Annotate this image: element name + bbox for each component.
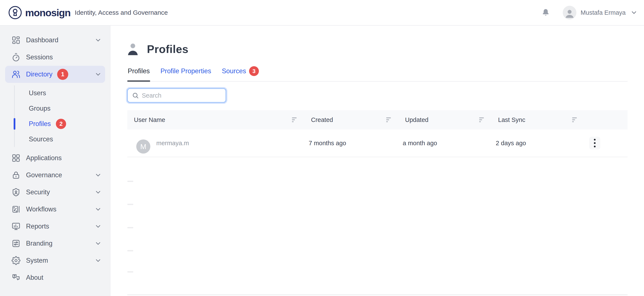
column-label: User Name xyxy=(134,116,165,123)
chevron-down-icon xyxy=(94,223,102,230)
last-sync-cell: 2 days ago xyxy=(492,140,584,147)
sidebar-item-label: Dashboard xyxy=(26,36,58,44)
tab-bar: Profiles Profile Properties Sources 3 xyxy=(127,66,628,82)
row-actions-kebab-button[interactable] xyxy=(589,137,600,150)
chevron-down-icon xyxy=(94,257,102,264)
brand-logo[interactable]: monosign xyxy=(8,6,70,20)
page-header: Profiles xyxy=(127,41,628,57)
placeholder-dash xyxy=(127,227,133,228)
profiles-table: User Name Created Updated Last Sync xyxy=(127,110,628,157)
sidebar: Dashboard Sessions Directory 1 Users xyxy=(0,26,110,296)
user-menu-chevron-down-icon[interactable] xyxy=(630,9,638,16)
chevron-down-icon xyxy=(94,172,102,179)
search-input[interactable] xyxy=(142,92,222,99)
directory-submenu: Users Groups Profiles 2 Sources xyxy=(14,85,110,147)
user-name-cell: M mermaya.m xyxy=(127,133,304,154)
topbar: monosign Identity, Access and Governance… xyxy=(0,0,644,26)
sort-icon[interactable] xyxy=(479,117,484,122)
column-header-created[interactable]: Created xyxy=(304,116,398,123)
placeholder-dash xyxy=(127,271,133,272)
page-title: Profiles xyxy=(147,43,188,56)
sidebar-item-label: Directory xyxy=(26,70,52,78)
search-box xyxy=(127,88,226,102)
sidebar-item-sessions[interactable]: Sessions xyxy=(5,49,105,66)
tab-profile-properties[interactable]: Profile Properties xyxy=(160,66,212,81)
sidebar-item-sources[interactable]: Sources xyxy=(15,131,110,147)
table-bottom-rule xyxy=(127,294,628,295)
sidebar-item-directory[interactable]: Directory 1 xyxy=(5,66,105,83)
sources-count-badge: 3 xyxy=(249,66,259,76)
sort-icon[interactable] xyxy=(572,117,577,122)
sidebar-item-label: About xyxy=(26,274,43,281)
chevron-down-icon xyxy=(94,37,102,44)
column-header-updated[interactable]: Updated xyxy=(398,116,492,123)
workflow-icon xyxy=(12,205,20,214)
sidebar-item-workflows[interactable]: Workflows xyxy=(5,201,105,218)
placeholder-dash xyxy=(127,250,133,251)
user-name[interactable]: Mustafa Ermaya xyxy=(581,9,626,16)
sidebar-item-label: Sessions xyxy=(26,53,53,61)
sliders-icon xyxy=(12,239,20,248)
sidebar-item-label: Reports xyxy=(26,223,49,230)
sidebar-item-branding[interactable]: Branding xyxy=(5,235,105,252)
kebab-dot xyxy=(594,146,596,147)
sort-icon[interactable] xyxy=(386,117,391,122)
dashboard-icon xyxy=(12,36,20,45)
chevron-down-icon xyxy=(94,71,102,78)
sidebar-item-users[interactable]: Users xyxy=(15,85,110,101)
row-user-name: mermaya.m xyxy=(156,139,189,147)
chevron-down-icon xyxy=(94,206,102,213)
sidebar-item-groups[interactable]: Groups xyxy=(15,101,110,116)
sidebar-item-label: Applications xyxy=(26,154,62,162)
sort-icon[interactable] xyxy=(292,117,296,122)
sidebar-subitem-label: Sources xyxy=(29,135,53,143)
brand-tagline: Identity, Access and Governance xyxy=(75,9,168,16)
tab-profiles[interactable]: Profiles xyxy=(127,66,150,81)
sidebar-item-system[interactable]: System xyxy=(5,252,105,269)
chevron-down-icon xyxy=(94,189,102,196)
person-silhouette-icon xyxy=(564,8,575,19)
sidebar-item-label: System xyxy=(26,257,48,264)
column-label: Created xyxy=(311,116,333,123)
created-cell: 7 months ago xyxy=(304,140,398,147)
sidebar-item-profiles[interactable]: Profiles 2 xyxy=(15,116,110,131)
table-row[interactable]: M mermaya.m 7 months ago a month ago 2 d… xyxy=(127,129,628,157)
sidebar-item-governance[interactable]: Governance xyxy=(5,167,105,184)
gear-icon xyxy=(12,256,20,265)
lock-icon xyxy=(12,171,20,180)
monosign-keyhole-icon xyxy=(8,6,22,20)
sidebar-item-reports[interactable]: Reports xyxy=(5,218,105,235)
column-label: Updated xyxy=(405,116,428,123)
search-icon xyxy=(132,92,139,99)
directory-count-badge: 1 xyxy=(57,69,68,80)
sidebar-item-applications[interactable]: Applications xyxy=(5,150,105,167)
column-header-last-sync[interactable]: Last Sync xyxy=(492,116,584,123)
shield-user-icon xyxy=(12,188,20,197)
profiles-count-badge: 2 xyxy=(56,119,66,129)
sidebar-item-security[interactable]: Security xyxy=(5,184,105,201)
row-avatar: M xyxy=(136,139,150,154)
sidebar-subitem-label: Profiles xyxy=(29,120,51,128)
actions-cell xyxy=(584,137,628,150)
updated-cell: a month ago xyxy=(398,140,492,147)
user-avatar[interactable] xyxy=(563,6,576,20)
monitor-chart-icon xyxy=(12,222,20,231)
sidebar-item-about[interactable]: About xyxy=(5,269,105,286)
sidebar-item-label: Workflows xyxy=(26,205,56,213)
sidebar-subitem-label: Users xyxy=(29,89,46,97)
tab-label: Sources xyxy=(222,67,246,75)
notifications-bell-icon[interactable] xyxy=(541,8,550,17)
tab-label: Profile Properties xyxy=(160,67,211,75)
column-header-user-name[interactable]: User Name xyxy=(127,116,304,123)
sidebar-item-dashboard[interactable]: Dashboard xyxy=(5,32,105,49)
column-label: Last Sync xyxy=(498,116,525,123)
sidebar-item-label: Branding xyxy=(26,240,52,247)
sidebar-item-label: Governance xyxy=(26,171,62,179)
profiles-person-icon xyxy=(127,43,138,56)
sidebar-subitem-label: Groups xyxy=(29,105,50,112)
chevron-down-icon xyxy=(94,240,102,247)
topbar-right: Mustafa Ermaya xyxy=(541,6,638,20)
kebab-dot xyxy=(594,139,596,140)
brand-wordmark: monosign xyxy=(25,7,70,19)
tab-sources[interactable]: Sources 3 xyxy=(221,66,259,81)
